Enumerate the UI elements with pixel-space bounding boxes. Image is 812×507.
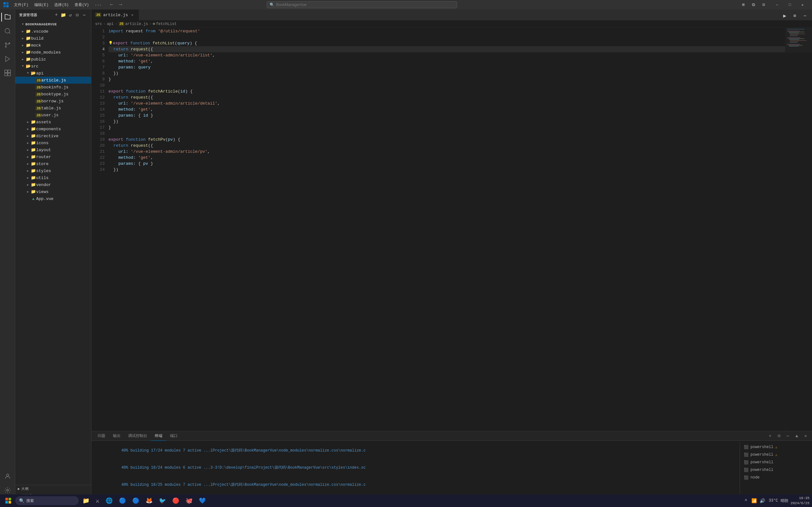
vscode-expand[interactable]: ▶ <box>20 29 26 34</box>
back-button[interactable]: ← <box>108 1 115 9</box>
editor-more-button[interactable]: ⋯ <box>801 11 809 20</box>
tab-article-js[interactable]: JS article.js ✕ <box>91 9 139 20</box>
sidebar-item-vendor[interactable]: ▶ 📁 vendor <box>15 181 91 188</box>
styles-expand[interactable]: ▶ <box>26 168 31 173</box>
sidebar-item-router[interactable]: ▶ 📁 router <box>15 153 91 160</box>
src-expand[interactable]: ▼ <box>20 64 26 69</box>
sidebar-item-node-modules[interactable]: ▶ 📁 node_modules <box>15 49 91 56</box>
sidebar-item-user-js[interactable]: JS user.js <box>15 112 91 118</box>
sidebar-item-mock[interactable]: ▶ 📁 mock <box>15 42 91 49</box>
taskbar-app-6[interactable]: 🐙 <box>183 495 195 506</box>
public-expand[interactable]: ▶ <box>20 57 26 62</box>
terminal-session-2[interactable]: ⬛ powershell ⚠ <box>743 451 807 458</box>
sidebar-item-styles[interactable]: ▶ 📁 styles <box>15 167 91 174</box>
sidebar-item-build[interactable]: ▶ 📁 build <box>15 35 91 42</box>
terminal-session-1[interactable]: ⬛ powershell ⚠ <box>743 443 807 451</box>
panel-tab-problems[interactable]: 问题 <box>94 431 109 441</box>
sidebar-item-borrow-js[interactable]: JS borrow.js <box>15 98 91 105</box>
split-editor-button[interactable]: ⧉ <box>749 0 758 9</box>
new-folder-icon[interactable]: 📁 <box>61 12 66 18</box>
terminal-session-node[interactable]: ⬛ node <box>743 474 807 481</box>
more-terminal-button[interactable]: ⋯ <box>784 432 792 440</box>
sidebar-item-src[interactable]: ▼ 📂 src <box>15 63 91 70</box>
new-terminal-button[interactable]: + <box>766 432 774 440</box>
components-expand[interactable]: ▶ <box>26 126 31 131</box>
tray-volume-icon[interactable]: 🔊 <box>759 497 766 504</box>
sidebar-item-public[interactable]: ▶ 📁 public <box>15 56 91 63</box>
mock-expand[interactable]: ▶ <box>20 43 26 48</box>
utils-expand[interactable]: ▶ <box>26 175 31 180</box>
taskbar-search[interactable]: 🔍 搜索 <box>15 496 79 505</box>
taskbar-file-explorer[interactable]: 📁 <box>80 495 92 506</box>
root-folder-item[interactable]: ▼ BOOKMANAGERVUE <box>15 21 91 28</box>
router-expand[interactable]: ▶ <box>26 154 31 159</box>
sidebar-item-store[interactable]: ▶ 📁 store <box>15 160 91 167</box>
sidebar-item-table-js[interactable]: JS table.js <box>15 105 91 112</box>
panel-tab-ports[interactable]: 端口 <box>166 431 182 441</box>
breadcrumb-api[interactable]: api <box>107 22 114 26</box>
taskbar-app-4[interactable]: 🐦 <box>156 495 168 506</box>
debug-activity-icon[interactable] <box>1 53 14 65</box>
taskbar-app-2[interactable]: 🔵 <box>130 495 142 506</box>
close-button[interactable]: ✕ <box>796 0 809 9</box>
tray-icon-1[interactable]: ^ <box>742 497 750 504</box>
terminal-session-4[interactable]: ⬛ powershell <box>743 466 807 474</box>
taskbar-vscode[interactable]: 💙 <box>196 495 208 506</box>
tray-network-icon[interactable]: 📶 <box>751 497 758 504</box>
terminal-main-area[interactable]: 40% building 17/24 modules 7 active ...l… <box>94 442 737 498</box>
layout-expand[interactable]: ▶ <box>26 147 31 153</box>
breadcrumb-file[interactable]: JS article.js <box>119 22 148 26</box>
breadcrumb-src[interactable]: src <box>95 22 102 26</box>
vendor-expand[interactable]: ▶ <box>26 182 31 187</box>
outline-section-header[interactable]: ▶ 大纲 <box>15 485 91 492</box>
sidebar-item-assets[interactable]: ▶ 📁 assets <box>15 118 91 125</box>
minimize-button[interactable]: — <box>771 0 783 9</box>
panel-tab-output[interactable]: 输出 <box>109 431 124 441</box>
maximize-button[interactable]: □ <box>783 0 796 9</box>
layout-button[interactable]: ⊞ <box>739 0 748 9</box>
root-folder-expand[interactable]: ▼ <box>20 22 26 27</box>
menu-edit[interactable]: 编辑(E) <box>32 2 51 8</box>
run-button[interactable]: ▶ <box>780 11 789 20</box>
sidebar-item-layout[interactable]: ▶ 📁 layout <box>15 147 91 153</box>
taskbar-clock[interactable]: 19:35 2024/6/25 <box>791 496 809 506</box>
sidebar-item-views[interactable]: ▶ 📁 views <box>15 188 91 195</box>
extensions-activity-icon[interactable] <box>1 66 14 79</box>
menu-select[interactable]: 选择(S) <box>52 2 71 8</box>
split-editor-right-button[interactable]: ⊞ <box>791 11 799 20</box>
panel-tab-debug-console[interactable]: 调试控制台 <box>124 431 151 441</box>
sidebar-item-directive[interactable]: ▶ 📁 directive <box>15 132 91 139</box>
search-input[interactable] <box>276 3 454 7</box>
taskbar-app-1[interactable]: ⚔ <box>93 495 102 506</box>
sidebar-item-booktype-js[interactable]: JS booktype.js <box>15 91 91 98</box>
sidebar-item-vscode[interactable]: ▶ 📁 .vscode <box>15 28 91 35</box>
start-button[interactable] <box>3 495 14 506</box>
taskbar-edge[interactable]: 🔵 <box>116 495 129 506</box>
sidebar-item-api[interactable]: ▼ 📂 api <box>15 70 91 77</box>
icons-expand[interactable]: ▶ <box>26 140 31 146</box>
more-actions-icon[interactable]: ⋯ <box>82 12 87 18</box>
panel-tab-terminal[interactable]: 终端 <box>151 431 166 441</box>
sidebar-item-app-vue[interactable]: ▲ App.vue <box>15 195 91 202</box>
assets-expand[interactable]: ▶ <box>26 119 31 124</box>
tab-close-button[interactable]: ✕ <box>130 12 135 17</box>
taskbar-chrome[interactable]: 🌐 <box>103 495 115 506</box>
breadcrumb-function[interactable]: ⊙ fetchList <box>153 21 177 26</box>
taskbar-app-5[interactable]: 🔴 <box>170 495 182 506</box>
taskbar-app-3[interactable]: 🦊 <box>143 495 155 506</box>
sidebar-item-components[interactable]: ▶ 📁 components <box>15 125 91 132</box>
store-expand[interactable]: ▶ <box>26 161 31 166</box>
split-terminal-button[interactable]: ⊟ <box>775 432 783 440</box>
terminal-session-3[interactable]: ⬛ powershell <box>743 458 807 466</box>
search-activity-icon[interactable] <box>1 25 14 38</box>
code-area[interactable]: import request from '@/utils/request' 💡e… <box>107 27 785 431</box>
menu-more[interactable]: ... <box>92 2 104 8</box>
api-expand[interactable]: ▼ <box>26 71 31 76</box>
forward-button[interactable]: → <box>117 1 124 9</box>
global-search[interactable]: 🔍 <box>267 1 457 8</box>
sidebar-item-bookinfo-js[interactable]: JS bookinfo.js <box>15 83 91 91</box>
collapse-all-icon[interactable]: ⊟ <box>74 12 80 18</box>
node-modules-expand[interactable]: ▶ <box>20 50 26 55</box>
git-activity-icon[interactable] <box>1 39 14 51</box>
refresh-icon[interactable]: ↺ <box>67 12 73 18</box>
